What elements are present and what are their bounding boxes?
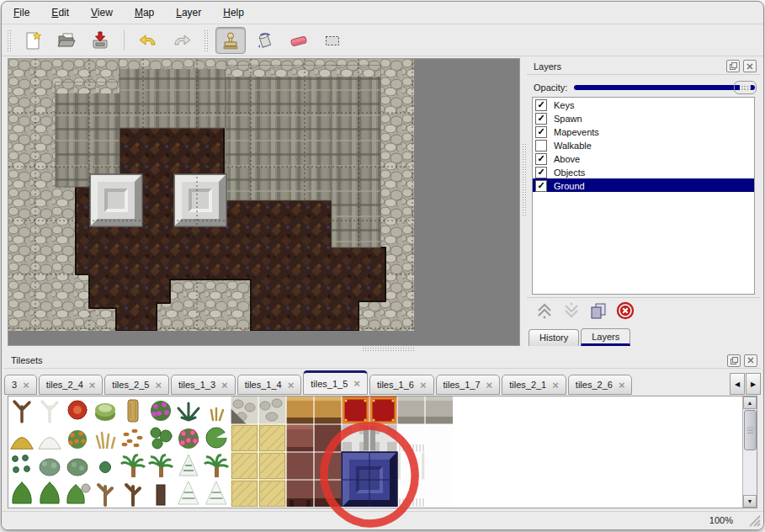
scrollbar-thumb[interactable] bbox=[744, 410, 757, 450]
tab-close-icon[interactable]: × bbox=[288, 380, 295, 391]
tab-close-icon[interactable]: × bbox=[155, 380, 162, 391]
layer-row-selected[interactable]: ✓ Ground bbox=[533, 178, 754, 192]
dock-tabbar: History Layers bbox=[529, 327, 632, 346]
scroll-down-button[interactable]: ▼ bbox=[743, 495, 757, 508]
menu-item-view[interactable]: View bbox=[91, 7, 113, 19]
lower-layer-button[interactable] bbox=[560, 301, 582, 321]
toolbar-grip-2[interactable] bbox=[204, 29, 208, 51]
layers-dock-title: Layers bbox=[534, 61, 726, 72]
opacity-slider-track[interactable] bbox=[574, 85, 755, 90]
menu-item-layer[interactable]: Layer bbox=[176, 7, 201, 19]
redo-button[interactable] bbox=[167, 28, 196, 53]
tab-close-icon[interactable]: × bbox=[221, 380, 228, 391]
layer-checkbox[interactable] bbox=[535, 140, 547, 152]
fill-bucket-tool-button[interactable] bbox=[251, 28, 279, 53]
rect-select-tool-button[interactable] bbox=[318, 28, 347, 53]
layer-label: Ground bbox=[554, 181, 585, 191]
tileset-tab[interactable]: tiles_1_6 × bbox=[369, 375, 434, 395]
tab-close-icon[interactable]: × bbox=[619, 380, 625, 391]
tilesets-dock: Tilesets 3 × tiles_2_4 × bbox=[4, 353, 761, 511]
open-folder-icon bbox=[56, 30, 77, 51]
tileset-tab[interactable]: tiles_1_7 × bbox=[436, 375, 501, 395]
tileset-tab[interactable]: 3 × bbox=[4, 375, 37, 395]
tileset-tab-label: tiles_1_7 bbox=[444, 380, 481, 390]
map-viewport[interactable] bbox=[8, 58, 520, 346]
open-button[interactable] bbox=[52, 28, 81, 53]
float-tilesets-button[interactable] bbox=[727, 354, 741, 367]
zoom-level-label: 100% bbox=[709, 515, 733, 525]
screenshot-stage: File Edit View Map Layer Help bbox=[0, 0, 765, 532]
menu-item-edit[interactable]: Edit bbox=[51, 7, 69, 19]
tileset-tab[interactable]: tiles_1_3 × bbox=[171, 375, 236, 395]
layer-checkbox[interactable]: ✓ bbox=[535, 126, 547, 138]
menu-item-help[interactable]: Help bbox=[223, 7, 244, 19]
layer-row[interactable]: ✓ Spawn bbox=[533, 111, 754, 125]
raise-layer-icon bbox=[535, 301, 554, 320]
tileset-tab[interactable]: tiles_2_1 × bbox=[502, 375, 566, 395]
tab-scroll-left-button[interactable]: ◀ bbox=[730, 373, 745, 395]
resize-grip[interactable] bbox=[747, 513, 761, 527]
tab-close-icon[interactable]: × bbox=[552, 380, 559, 391]
tileset-tab-label: 3 bbox=[12, 380, 17, 390]
tab-close-icon[interactable]: × bbox=[420, 380, 427, 391]
tab-close-icon[interactable]: × bbox=[23, 380, 29, 391]
tab-close-icon[interactable]: × bbox=[89, 380, 96, 391]
close-tilesets-button[interactable] bbox=[744, 354, 757, 367]
tileset-tab[interactable]: tiles_2_5 × bbox=[104, 375, 169, 395]
opacity-label: Opacity: bbox=[534, 82, 567, 93]
save-button[interactable] bbox=[86, 28, 114, 53]
redo-icon bbox=[171, 30, 193, 51]
tileset-tab-active[interactable]: tiles_1_5 × bbox=[303, 370, 368, 395]
close-dock-button[interactable] bbox=[743, 60, 757, 72]
tab-close-icon[interactable]: × bbox=[353, 378, 360, 389]
tileset-tab-label: tiles_1_3 bbox=[178, 380, 215, 390]
tab-close-icon[interactable]: × bbox=[486, 380, 493, 391]
float-dock-button[interactable] bbox=[726, 60, 740, 72]
layer-row[interactable]: ✓ Mapevents bbox=[533, 125, 754, 138]
layer-row[interactable]: ✓ Objects bbox=[533, 165, 754, 178]
layer-checkbox[interactable]: ✓ bbox=[535, 180, 547, 192]
opacity-slider-handle[interactable] bbox=[734, 81, 757, 94]
layer-row[interactable]: ✓ Above bbox=[533, 152, 754, 165]
scroll-up-button[interactable]: ▲ bbox=[743, 396, 757, 409]
menu-item-map[interactable]: Map bbox=[135, 7, 154, 19]
close-icon bbox=[746, 63, 753, 70]
delete-layer-button[interactable] bbox=[614, 301, 636, 321]
tileset-image[interactable] bbox=[8, 396, 453, 507]
layer-checkbox[interactable]: ✓ bbox=[535, 167, 547, 178]
layer-checkbox[interactable]: ✓ bbox=[535, 99, 547, 111]
layer-checkbox[interactable]: ✓ bbox=[535, 113, 547, 125]
raise-layer-button[interactable] bbox=[534, 301, 555, 321]
new-file-button[interactable] bbox=[19, 28, 47, 53]
layer-label: Walkable bbox=[554, 141, 592, 151]
layer-row[interactable]: Walkable bbox=[533, 138, 754, 152]
toolbar-separator bbox=[124, 30, 125, 51]
tileset-scrollbar[interactable]: ▲ ▼ bbox=[742, 396, 757, 508]
tab-history[interactable]: History bbox=[529, 329, 579, 346]
map-canvas[interactable] bbox=[8, 59, 414, 331]
tileset-view[interactable]: ▲ ▼ bbox=[8, 396, 757, 508]
tab-layers[interactable]: Layers bbox=[581, 328, 630, 346]
tileset-tab[interactable]: tiles_2_4 × bbox=[39, 375, 104, 395]
menu-item-file[interactable]: File bbox=[13, 7, 29, 19]
selected-tile-blue-door[interactable] bbox=[342, 452, 397, 507]
layer-row[interactable]: ✓ Keys bbox=[533, 98, 754, 111]
horizontal-splitter-handle[interactable] bbox=[362, 347, 416, 351]
tileset-tab-label: tiles_2_6 bbox=[576, 380, 613, 390]
opacity-slider[interactable] bbox=[574, 80, 757, 95]
undo-button[interactable] bbox=[134, 28, 162, 53]
vertical-splitter-handle[interactable] bbox=[522, 143, 526, 217]
stamp-tool-button[interactable] bbox=[215, 27, 246, 54]
duplicate-layer-button[interactable] bbox=[587, 301, 609, 321]
tileset-tab[interactable]: tiles_1_4 × bbox=[237, 375, 302, 395]
tilesets-dock-titlebar: Tilesets bbox=[4, 353, 761, 369]
layer-checkbox[interactable]: ✓ bbox=[535, 153, 547, 165]
tileset-tab[interactable]: tiles_2_6 × bbox=[568, 375, 633, 395]
tileset-tab-label: tiles_2_4 bbox=[46, 380, 83, 390]
tilesets-dock-title: Tilesets bbox=[11, 355, 727, 365]
tileset-tab-label: tiles_1_5 bbox=[311, 379, 348, 389]
eraser-tool-button[interactable] bbox=[284, 28, 313, 53]
toolbar-grip[interactable] bbox=[7, 29, 11, 51]
layer-label: Spawn bbox=[554, 114, 582, 124]
tab-scroll-right-button[interactable]: ▶ bbox=[746, 373, 761, 395]
